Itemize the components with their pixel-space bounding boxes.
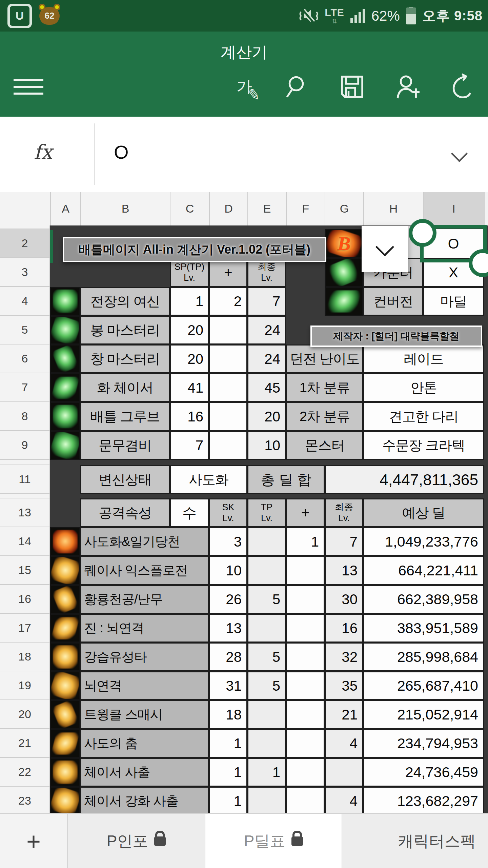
row-header-9[interactable]: 9 xyxy=(0,431,49,460)
sheet-tab-캐릭터스펙[interactable]: 캐릭터스펙 xyxy=(342,814,488,868)
skill-sk-level[interactable]: 13 xyxy=(209,614,247,643)
buff-final-level[interactable]: 24 xyxy=(247,344,286,373)
row-header-8[interactable]: 8 xyxy=(0,402,49,431)
worksheet-canvas[interactable]: SP(TP) Lv.+최종 Lv.카운터X컨버전마딜전장의 여신127봉 마스터… xyxy=(50,225,488,814)
formula-bar[interactable]: fx O xyxy=(0,117,488,193)
column-header-F[interactable]: F xyxy=(286,192,325,225)
buff-name[interactable]: 문무겸비 xyxy=(80,431,170,460)
dungeon-info-label[interactable]: 1차 분류 xyxy=(286,373,363,402)
column-header-A[interactable]: A xyxy=(50,192,80,225)
dungeon-info-value[interactable]: 견고한 다리 xyxy=(363,402,484,431)
dungeon-info-label[interactable]: 2차 분류 xyxy=(286,402,363,431)
buff-plus[interactable] xyxy=(209,431,247,460)
skill-tp-level[interactable] xyxy=(247,556,286,585)
skill-damage[interactable]: 664,221,411 xyxy=(363,556,484,585)
buff-header-sp[interactable]: SP(TP) Lv. xyxy=(170,258,209,287)
skill-name[interactable]: 황룡천공/난무 xyxy=(80,585,209,614)
column-header-E[interactable]: E xyxy=(247,192,286,225)
skill-tp-level[interactable] xyxy=(247,700,286,729)
skill-plus[interactable] xyxy=(286,729,325,758)
skill-damage[interactable]: 215,052,914 xyxy=(363,700,484,729)
skill-final-level[interactable]: 4 xyxy=(325,729,363,758)
skill-plus[interactable] xyxy=(286,643,325,671)
buff-name[interactable]: 배틀 그루브 xyxy=(80,402,170,431)
buff-sp-level[interactable]: 41 xyxy=(170,373,209,402)
row-header-4[interactable]: 4 xyxy=(0,287,49,316)
save-button[interactable] xyxy=(337,72,367,102)
skill-final-level[interactable]: 35 xyxy=(325,671,363,700)
skill-sk-level[interactable]: 10 xyxy=(209,556,247,585)
skill-final-level[interactable] xyxy=(325,758,363,787)
buff-final-level[interactable]: 7 xyxy=(247,287,286,316)
menu-button[interactable] xyxy=(14,79,43,95)
skill-sk-level[interactable]: 1 xyxy=(209,758,247,787)
buff-plus[interactable]: 2 xyxy=(209,287,247,316)
row-header-11[interactable]: 11 xyxy=(0,465,49,494)
row-header-6[interactable]: 6 xyxy=(0,344,49,373)
buff-final-level[interactable]: 10 xyxy=(247,431,286,460)
skill-tp-level[interactable]: 1 xyxy=(247,758,286,787)
skill-final-level[interactable]: 21 xyxy=(325,700,363,729)
skill-name[interactable]: 강습유성타 xyxy=(80,643,209,671)
skill-header-count[interactable]: 수 xyxy=(170,498,209,527)
row-header-3[interactable]: 3 xyxy=(0,258,49,287)
buff-header-plus[interactable]: + xyxy=(209,258,247,287)
dungeon-info-value[interactable]: 안톤 xyxy=(363,373,484,402)
row-header-7[interactable]: 7 xyxy=(0,373,49,402)
transform-label[interactable]: 변신상태 xyxy=(80,465,170,494)
undo-button[interactable] xyxy=(445,72,475,102)
row-header-15[interactable]: 15 xyxy=(0,556,49,585)
row-header-10[interactable] xyxy=(0,460,49,465)
conversion-value[interactable]: 마딜 xyxy=(423,287,484,316)
buff-plus[interactable] xyxy=(209,344,247,373)
skill-tp-level[interactable] xyxy=(247,787,286,815)
skill-header-sk[interactable]: SK Lv. xyxy=(209,498,247,527)
buff-final-level[interactable]: 24 xyxy=(247,316,286,344)
skill-name[interactable]: 체이서 강화 사출 xyxy=(80,787,209,815)
column-header-J[interactable]: J xyxy=(484,192,488,225)
buff-plus[interactable] xyxy=(209,373,247,402)
skill-sk-level[interactable]: 28 xyxy=(209,643,247,671)
buff-name[interactable]: 창 마스터리 xyxy=(80,344,170,373)
skill-header-plus[interactable]: + xyxy=(286,498,325,527)
skill-plus[interactable] xyxy=(286,671,325,700)
skill-damage[interactable]: 383,951,589 xyxy=(363,614,484,643)
skill-name[interactable]: 사도의 춤 xyxy=(80,729,209,758)
buff-plus[interactable] xyxy=(209,316,247,344)
row-header-13[interactable]: 13 xyxy=(0,498,49,527)
skill-name[interactable]: 뇌연격 xyxy=(80,671,209,700)
skill-name[interactable]: 진 : 뇌연격 xyxy=(80,614,209,643)
buff-name[interactable]: 전장의 여신 xyxy=(80,287,170,316)
skill-name[interactable]: 트윙클 스매시 xyxy=(80,700,209,729)
total-damage-value[interactable]: 4,447,811,365 xyxy=(325,465,484,494)
sheet-tab-P인포[interactable]: P인포 xyxy=(68,814,205,868)
column-header-H[interactable]: H xyxy=(363,192,423,225)
skill-tp-level[interactable]: 5 xyxy=(247,643,286,671)
column-header-D[interactable]: D xyxy=(209,192,247,225)
column-header-B[interactable]: B xyxy=(80,192,170,225)
skill-sk-level[interactable]: 26 xyxy=(209,585,247,614)
skill-damage[interactable]: 265,687,410 xyxy=(363,671,484,700)
row-header-23[interactable]: 23 xyxy=(0,787,49,815)
skill-plus[interactable] xyxy=(286,787,325,815)
dungeon-info-label[interactable]: 몬스터 xyxy=(286,431,363,460)
skill-plus[interactable] xyxy=(286,758,325,787)
expand-formula-chevron-icon[interactable] xyxy=(451,145,468,162)
conversion-label[interactable]: 컨버전 xyxy=(363,287,423,316)
skill-sk-level[interactable]: 1 xyxy=(209,729,247,758)
skill-tp-level[interactable] xyxy=(247,614,286,643)
skill-plus[interactable]: 1 xyxy=(286,527,325,556)
skill-plus[interactable] xyxy=(286,614,325,643)
formula-input[interactable]: O xyxy=(114,141,129,163)
skill-damage[interactable]: 285,998,684 xyxy=(363,643,484,671)
buff-name[interactable]: 봉 마스터리 xyxy=(80,316,170,344)
buff-plus[interactable] xyxy=(209,402,247,431)
transform-value[interactable]: 사도화 xyxy=(170,465,247,494)
skill-tp-level[interactable] xyxy=(247,527,286,556)
skill-header-final[interactable]: 최종 Lv. xyxy=(325,498,363,527)
column-header-I[interactable]: I xyxy=(423,192,484,225)
skill-damage[interactable]: 1,049,233,776 xyxy=(363,527,484,556)
buff-sp-level[interactable]: 20 xyxy=(170,316,209,344)
share-add-people-button[interactable] xyxy=(392,72,422,102)
search-button[interactable] xyxy=(282,72,312,102)
